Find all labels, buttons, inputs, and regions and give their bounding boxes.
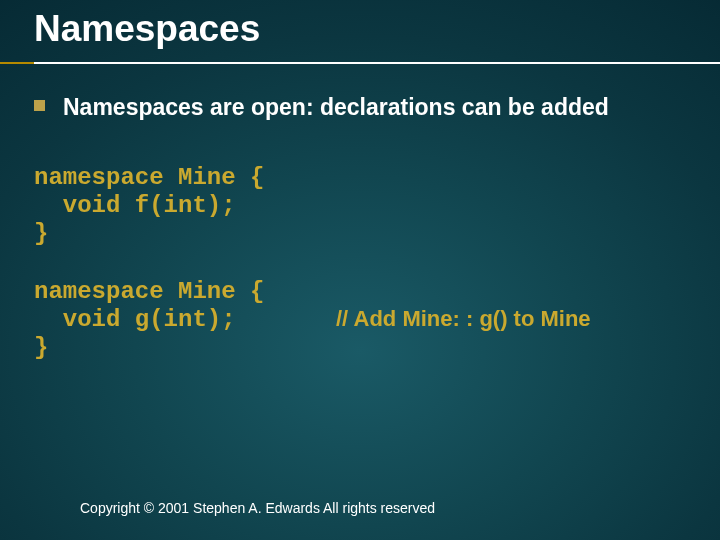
code-comment: // Add Mine: : g() to Mine	[336, 306, 591, 332]
bullet-icon	[34, 100, 45, 111]
slide: Namespaces Namespaces are open: declarat…	[0, 0, 720, 540]
title-rule-right	[34, 62, 720, 64]
bullet-item: Namespaces are open: declarations can be…	[34, 94, 609, 121]
bullet-text: Namespaces are open: declarations can be…	[63, 94, 609, 121]
code-block-2: namespace Mine { void g(int); }	[34, 278, 264, 362]
slide-title: Namespaces	[34, 8, 260, 50]
copyright: Copyright © 2001 Stephen A. Edwards All …	[80, 500, 435, 516]
title-rule-left	[0, 62, 34, 64]
code-block-1: namespace Mine { void f(int); }	[34, 164, 264, 248]
